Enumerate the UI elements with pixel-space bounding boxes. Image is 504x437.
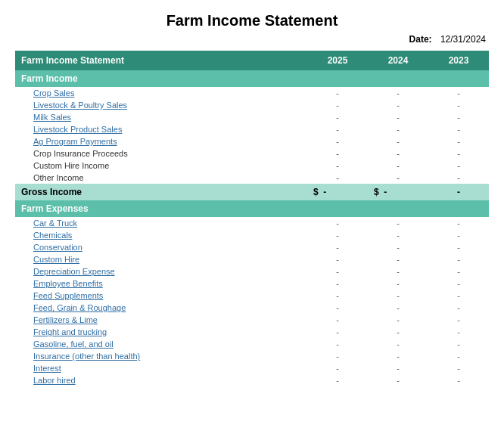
row-value: - <box>307 241 368 253</box>
gross-income-2024: $ - <box>368 184 428 200</box>
row-label[interactable]: Livestock Product Sales <box>15 123 307 135</box>
table-row: Freight and trucking--- <box>15 326 489 338</box>
row-label[interactable]: Feed Supplements <box>15 290 307 302</box>
row-label[interactable]: Custom Hire <box>15 253 307 265</box>
expenses-section-label: Farm Expenses <box>15 200 489 217</box>
row-value: - <box>368 338 428 350</box>
row-label: Custom Hire Income <box>15 160 307 172</box>
section-header-label: Farm Income <box>15 70 489 87</box>
row-link[interactable]: Car & Truck <box>33 218 77 228</box>
row-label[interactable]: Livestock & Poultry Sales <box>15 99 307 111</box>
row-value: - <box>307 123 368 135</box>
table-row: Car & Truck--- <box>15 217 489 229</box>
row-label[interactable]: Depreciation Expense <box>15 265 307 277</box>
row-link[interactable]: Livestock & Poultry Sales <box>33 101 127 110</box>
row-link[interactable]: Crop Sales <box>33 88 74 98</box>
table-row: Custom Hire--- <box>15 253 489 265</box>
row-value: - <box>307 147 368 160</box>
row-value: - <box>428 253 489 265</box>
gross-income-2025-val: - <box>323 187 326 197</box>
row-link[interactable]: Feed Supplements <box>33 291 103 300</box>
row-label[interactable]: Milk Sales <box>15 111 307 123</box>
row-value: - <box>368 123 428 135</box>
row-value: - <box>307 160 368 172</box>
table-row: Fertilizers & Lime--- <box>15 314 489 326</box>
row-link[interactable]: Ag Program Payments <box>33 137 117 146</box>
page-title: Farm Income Statement <box>15 12 489 29</box>
row-link[interactable]: Feed, Grain & Roughage <box>33 303 126 312</box>
row-value: - <box>307 229 368 241</box>
row-label[interactable]: Freight and trucking <box>15 326 307 338</box>
gross-income-2024-val: - <box>384 187 387 197</box>
row-value: - <box>368 253 428 265</box>
dollar-sign-2024: $ <box>374 187 379 197</box>
row-value: - <box>307 217 368 229</box>
table-row: Insurance (other than health)--- <box>15 350 489 362</box>
row-value: - <box>368 290 428 302</box>
row-label[interactable]: Fertilizers & Lime <box>15 314 307 326</box>
row-value: - <box>368 111 428 123</box>
row-value: - <box>368 135 428 147</box>
date-label: Date: <box>409 34 432 45</box>
row-value: - <box>368 265 428 277</box>
row-label[interactable]: Employee Benefits <box>15 277 307 290</box>
row-value: - <box>368 241 428 253</box>
col-header-2023: 2023 <box>428 51 489 70</box>
row-link[interactable]: Insurance (other than health) <box>33 352 140 361</box>
row-link[interactable]: Conservation <box>33 243 82 252</box>
row-link[interactable]: Interest <box>33 364 61 373</box>
row-value: - <box>428 374 489 386</box>
row-value: - <box>368 160 428 172</box>
row-link[interactable]: Milk Sales <box>33 113 71 122</box>
row-label[interactable]: Interest <box>15 362 307 374</box>
row-value: - <box>368 229 428 241</box>
row-value: - <box>368 147 428 160</box>
row-label[interactable]: Labor hired <box>15 374 307 386</box>
table-row: Livestock & Poultry Sales--- <box>15 99 489 111</box>
row-label[interactable]: Car & Truck <box>15 217 307 229</box>
row-value: - <box>428 277 489 290</box>
date-row: Date: 12/31/2024 <box>15 34 489 45</box>
row-label[interactable]: Chemicals <box>15 229 307 241</box>
row-label[interactable]: Conservation <box>15 241 307 253</box>
table-row: Feed, Grain & Roughage--- <box>15 302 489 314</box>
row-value: - <box>428 314 489 326</box>
row-label[interactable]: Crop Sales <box>15 87 307 99</box>
row-label[interactable]: Feed, Grain & Roughage <box>15 302 307 314</box>
row-link[interactable]: Custom Hire <box>33 255 79 264</box>
table-header-row: Farm Income Statement 2025 2024 2023 <box>15 51 489 70</box>
row-value: - <box>307 314 368 326</box>
row-link[interactable]: Depreciation Expense <box>33 267 115 276</box>
row-label[interactable]: Insurance (other than health) <box>15 350 307 362</box>
col-header-2024: 2024 <box>368 51 428 70</box>
farm-income-section-header: Farm Income <box>15 70 489 87</box>
row-link[interactable]: Labor hired <box>33 376 76 385</box>
table-row: Custom Hire Income--- <box>15 160 489 172</box>
row-link[interactable]: Livestock Product Sales <box>33 125 122 134</box>
row-value: - <box>428 99 489 111</box>
row-value: - <box>307 350 368 362</box>
row-link[interactable]: Freight and trucking <box>33 327 107 336</box>
gross-income-label: Gross Income <box>15 184 307 200</box>
row-link[interactable]: Chemicals <box>33 231 72 240</box>
table-row: Interest--- <box>15 362 489 374</box>
row-value: - <box>307 253 368 265</box>
row-label: Crop Insurance Proceeds <box>15 147 307 160</box>
row-value: - <box>428 111 489 123</box>
row-link[interactable]: Fertilizers & Lime <box>33 315 98 324</box>
row-label[interactable]: Gasoline, fuel, and oil <box>15 338 307 350</box>
row-label: Other Income <box>15 172 307 184</box>
row-value: - <box>307 87 368 99</box>
row-link[interactable]: Employee Benefits <box>33 279 103 288</box>
row-value: - <box>368 99 428 111</box>
row-value: - <box>428 326 489 338</box>
row-link[interactable]: Gasoline, fuel, and oil <box>33 339 114 349</box>
table-row: Ag Program Payments--- <box>15 135 489 147</box>
row-label[interactable]: Ag Program Payments <box>15 135 307 147</box>
row-value: - <box>428 229 489 241</box>
col-header-2025: 2025 <box>307 51 368 70</box>
table-row: Depreciation Expense--- <box>15 265 489 277</box>
table-row: Livestock Product Sales--- <box>15 123 489 135</box>
row-value: - <box>428 350 489 362</box>
row-value: - <box>368 350 428 362</box>
